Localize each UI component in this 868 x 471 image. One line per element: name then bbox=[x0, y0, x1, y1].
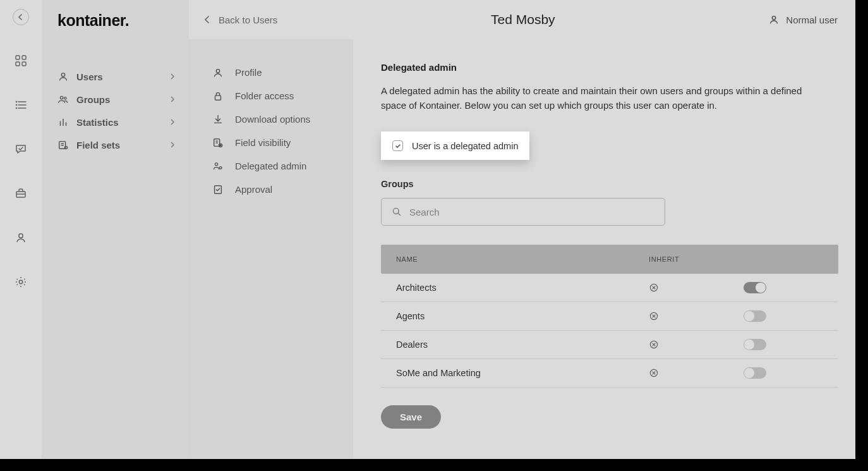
section-title: Delegated admin bbox=[381, 62, 839, 73]
delegated-admin-checkbox-card[interactable]: User is a delegated admin bbox=[381, 132, 529, 160]
row-name: Agents bbox=[396, 311, 649, 321]
document-eye-icon bbox=[212, 137, 224, 149]
row-inherit bbox=[649, 283, 744, 293]
sidebar-item-label: Statistics bbox=[76, 117, 119, 128]
svg-rect-0 bbox=[16, 56, 20, 59]
sidebar-item-groups[interactable]: Groups bbox=[57, 88, 178, 111]
sidebar-item-label: Users bbox=[76, 71, 103, 82]
subnav-label: Profile bbox=[235, 67, 262, 78]
row-toggle[interactable] bbox=[744, 310, 766, 322]
user-icon bbox=[768, 14, 780, 25]
groups-search[interactable] bbox=[381, 198, 665, 226]
top-bar: Back to Users Ted Mosby Normal user bbox=[189, 0, 855, 39]
subnav-profile[interactable]: Profile bbox=[212, 61, 341, 84]
logo: kontainer. bbox=[57, 11, 178, 30]
gear-icon[interactable] bbox=[13, 274, 28, 290]
subnav-label: Approval bbox=[235, 184, 272, 195]
row-name: Dealers bbox=[396, 339, 649, 350]
user-role-selector[interactable]: Normal user bbox=[768, 14, 838, 25]
svg-point-25 bbox=[216, 69, 219, 72]
back-label: Back to Users bbox=[219, 15, 277, 25]
user-rail-icon[interactable] bbox=[13, 230, 28, 245]
users-icon bbox=[57, 94, 69, 105]
svg-point-13 bbox=[19, 280, 22, 283]
row-toggle[interactable] bbox=[744, 367, 766, 379]
sidebar-item-label: Field sets bbox=[76, 140, 120, 150]
svg-rect-1 bbox=[22, 56, 26, 59]
sidebar-item-statistics[interactable]: Statistics bbox=[57, 111, 178, 133]
lock-icon bbox=[212, 90, 224, 102]
row-inherit bbox=[649, 311, 744, 321]
user-icon bbox=[57, 71, 69, 82]
row-inherit bbox=[649, 368, 744, 378]
svg-rect-3 bbox=[22, 62, 26, 66]
groups-label: Groups bbox=[381, 179, 839, 189]
approval-icon bbox=[212, 184, 224, 195]
collapse-rail-button[interactable] bbox=[13, 9, 29, 25]
briefcase-icon[interactable] bbox=[13, 186, 28, 201]
subnav-label: Folder access bbox=[235, 90, 294, 101]
dashboard-icon[interactable] bbox=[13, 53, 28, 68]
chevron-right-icon bbox=[170, 142, 175, 148]
svg-point-9 bbox=[16, 108, 17, 109]
col-name: NAME bbox=[396, 255, 649, 263]
chevron-right-icon bbox=[170, 96, 175, 102]
svg-point-32 bbox=[215, 162, 217, 165]
user-icon bbox=[212, 67, 224, 78]
subnav-delegated-admin[interactable]: Delegated admin bbox=[212, 154, 341, 178]
svg-line-36 bbox=[398, 213, 400, 215]
col-inherit: INHERIT bbox=[649, 255, 679, 263]
comment-icon[interactable] bbox=[13, 142, 28, 157]
groups-search-input[interactable] bbox=[409, 207, 654, 217]
row-toggle[interactable] bbox=[744, 339, 766, 350]
role-label: Normal user bbox=[786, 15, 838, 25]
delegated-admin-icon bbox=[212, 161, 224, 172]
svg-point-16 bbox=[64, 97, 66, 100]
user-subnav: Profile Folder access Download options F… bbox=[189, 39, 353, 459]
checkbox-icon[interactable] bbox=[392, 140, 403, 151]
checkbox-label: User is a delegated admin bbox=[412, 141, 518, 151]
search-icon bbox=[392, 207, 402, 217]
icon-rail bbox=[0, 0, 42, 459]
row-name: Architects bbox=[396, 283, 649, 293]
subnav-folder-access[interactable]: Folder access bbox=[212, 84, 341, 107]
chevron-right-icon bbox=[170, 73, 175, 80]
table-row: Agents bbox=[381, 302, 838, 331]
chevron-left-icon bbox=[204, 16, 210, 23]
subnav-field-visibility[interactable]: Field visibility bbox=[212, 131, 341, 154]
subnav-label: Download options bbox=[235, 114, 310, 125]
table-header: NAME INHERIT bbox=[381, 245, 838, 274]
svg-point-15 bbox=[60, 96, 63, 99]
save-button[interactable]: Save bbox=[381, 405, 441, 429]
svg-point-7 bbox=[16, 102, 17, 102]
sidebar-item-label: Groups bbox=[76, 94, 110, 105]
svg-point-23 bbox=[64, 146, 67, 149]
row-toggle[interactable] bbox=[744, 282, 766, 293]
svg-point-14 bbox=[61, 73, 64, 76]
section-description: A delegated admin has the ability to cre… bbox=[381, 84, 823, 113]
svg-rect-26 bbox=[215, 95, 221, 100]
row-name: SoMe and Marketing bbox=[396, 368, 649, 378]
svg-point-33 bbox=[219, 166, 222, 169]
svg-point-24 bbox=[773, 16, 776, 20]
admin-sidebar: kontainer. Users Groups Statistics Field… bbox=[42, 0, 189, 459]
groups-table: NAME INHERIT Architects Agents Dealers S… bbox=[381, 245, 838, 388]
svg-point-8 bbox=[16, 105, 17, 106]
sidebar-item-users[interactable]: Users bbox=[57, 65, 178, 88]
row-inherit bbox=[649, 339, 744, 350]
fieldset-icon bbox=[57, 139, 69, 150]
page-title: Ted Mosby bbox=[277, 12, 768, 27]
svg-point-31 bbox=[220, 145, 221, 146]
svg-point-35 bbox=[393, 208, 399, 214]
back-to-users-link[interactable]: Back to Users bbox=[204, 15, 277, 25]
list-icon[interactable] bbox=[13, 97, 28, 113]
table-row: Dealers bbox=[381, 331, 838, 359]
subnav-download-options[interactable]: Download options bbox=[212, 107, 341, 131]
subnav-label: Delegated admin bbox=[235, 161, 306, 171]
download-icon bbox=[212, 114, 224, 125]
svg-point-12 bbox=[19, 234, 23, 238]
table-row: Architects bbox=[381, 274, 838, 302]
subnav-approval[interactable]: Approval bbox=[212, 178, 341, 201]
detail-pane: Delegated admin A delegated admin has th… bbox=[353, 39, 855, 459]
sidebar-item-fieldsets[interactable]: Field sets bbox=[57, 133, 178, 156]
